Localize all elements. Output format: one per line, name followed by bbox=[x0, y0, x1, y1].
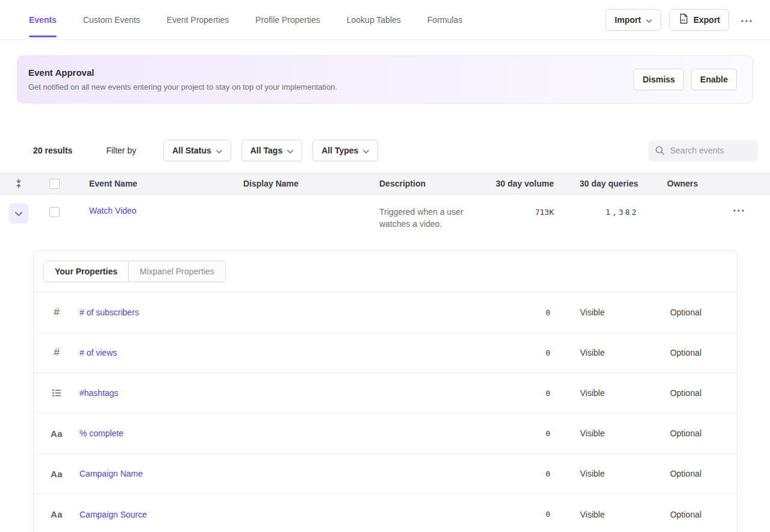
event-queries: 1,382 bbox=[554, 203, 638, 217]
export-csv-icon: sv bbox=[678, 13, 689, 26]
export-button[interactable]: sv Export bbox=[669, 9, 729, 31]
col-volume: 30 day volume bbox=[494, 179, 554, 188]
tab-profile-properties-label: Profile Properties bbox=[255, 15, 320, 25]
properties-panel: Your Properties Mixpanel Properties # # … bbox=[33, 250, 737, 532]
property-name-link[interactable]: % complete bbox=[79, 428, 484, 438]
col-display-name: Display Name bbox=[243, 179, 379, 188]
tab-events-label: Events bbox=[29, 15, 57, 25]
tab-formulas[interactable]: Formulas bbox=[427, 0, 462, 39]
tab-mixpanel-properties[interactable]: Mixpanel Properties bbox=[128, 261, 225, 282]
property-row: Aa % complete 0 Visible Optional bbox=[34, 413, 737, 454]
tags-filter-label: All Tags bbox=[250, 146, 282, 155]
events-table-header: Event Name Display Name Description 30 d… bbox=[0, 173, 770, 194]
nav-tabs: Events Custom Events Event Properties Pr… bbox=[29, 0, 462, 39]
col-queries: 30 day queries bbox=[554, 179, 638, 188]
import-button-label: Import bbox=[615, 15, 641, 25]
property-requirement[interactable]: Optional bbox=[635, 348, 737, 357]
event-name-link[interactable]: Watch Video bbox=[89, 203, 243, 215]
tab-lookup-tables[interactable]: Lookup Tables bbox=[347, 0, 401, 39]
table-row-watch-video: Watch Video Triggered when a user watche… bbox=[0, 194, 770, 242]
property-volume: 0 bbox=[484, 389, 550, 398]
col-description: Description bbox=[379, 179, 494, 188]
tab-event-properties[interactable]: Event Properties bbox=[167, 0, 229, 39]
property-name-link[interactable]: Campaign Source bbox=[79, 510, 484, 519]
import-button[interactable]: Import bbox=[606, 9, 661, 31]
property-name-link[interactable]: # of views bbox=[79, 348, 484, 357]
filter-by-label: Filter by bbox=[106, 146, 136, 155]
text-icon: Aa bbox=[49, 428, 64, 439]
export-button-label: Export bbox=[694, 15, 720, 25]
more-options-icon bbox=[733, 205, 744, 214]
types-filter-label: All Types bbox=[321, 146, 358, 155]
more-options-icon bbox=[741, 15, 752, 24]
property-requirement[interactable]: Optional bbox=[635, 308, 737, 317]
row-checkbox[interactable] bbox=[49, 207, 60, 217]
select-all-checkbox[interactable] bbox=[49, 179, 60, 189]
property-visibility[interactable]: Visible bbox=[550, 308, 635, 317]
property-name-link[interactable]: # of subscribers bbox=[79, 308, 484, 317]
property-requirement[interactable]: Optional bbox=[635, 510, 737, 519]
property-visibility[interactable]: Visible bbox=[550, 469, 635, 478]
property-row: # # of subscribers 0 Visible Optional bbox=[34, 292, 737, 333]
enable-button[interactable]: Enable bbox=[691, 69, 737, 90]
text-icon: Aa bbox=[49, 469, 64, 479]
tab-lookup-tables-label: Lookup Tables bbox=[347, 15, 401, 25]
property-visibility[interactable]: Visible bbox=[550, 348, 635, 357]
nav-more-button[interactable] bbox=[737, 13, 756, 26]
top-nav: Events Custom Events Event Properties Pr… bbox=[0, 0, 770, 40]
row-more-button[interactable] bbox=[722, 203, 770, 216]
row-expander-button[interactable] bbox=[9, 203, 28, 223]
property-volume: 0 bbox=[484, 510, 550, 519]
tab-custom-events[interactable]: Custom Events bbox=[83, 0, 140, 39]
number-icon: # bbox=[49, 347, 64, 359]
tab-your-properties[interactable]: Your Properties bbox=[44, 261, 128, 282]
property-name-link[interactable]: Campaign Name bbox=[79, 469, 484, 478]
chevron-down-icon bbox=[15, 209, 22, 218]
property-row: Aa Campaign Name 0 Visible Optional bbox=[34, 454, 737, 494]
status-filter-dropdown[interactable]: All Status bbox=[163, 140, 231, 161]
property-visibility[interactable]: Visible bbox=[550, 428, 635, 438]
search-input[interactable] bbox=[648, 140, 758, 161]
text-icon: Aa bbox=[49, 509, 64, 519]
property-volume: 0 bbox=[484, 469, 550, 478]
property-volume: 0 bbox=[484, 308, 550, 317]
tab-event-properties-label: Event Properties bbox=[167, 15, 229, 25]
property-visibility[interactable]: Visible bbox=[550, 388, 635, 398]
property-requirement[interactable]: Optional bbox=[635, 469, 737, 478]
property-volume: 0 bbox=[484, 429, 550, 438]
event-volume: 713K bbox=[494, 203, 554, 217]
property-row: # # of views 0 Visible Optional bbox=[34, 333, 737, 373]
dismiss-button[interactable]: Dismiss bbox=[633, 69, 684, 90]
list-icon bbox=[49, 388, 64, 398]
property-name-link[interactable]: #hashtags bbox=[79, 388, 484, 398]
banner-description: Get notified on all new events entering … bbox=[28, 82, 337, 93]
property-row: #hashtags 0 Visible Optional bbox=[34, 373, 737, 413]
search-box bbox=[648, 140, 758, 161]
types-filter-dropdown[interactable]: All Types bbox=[312, 140, 378, 161]
search-icon bbox=[655, 146, 665, 157]
property-requirement[interactable]: Optional bbox=[635, 428, 737, 438]
tab-events[interactable]: Events bbox=[29, 0, 57, 39]
property-volume: 0 bbox=[484, 348, 550, 357]
tab-custom-events-label: Custom Events bbox=[83, 15, 140, 25]
chevron-down-icon bbox=[363, 146, 369, 155]
chevron-down-icon bbox=[216, 146, 222, 155]
banner-title: Event Approval bbox=[28, 67, 337, 79]
col-event-name: Event Name bbox=[89, 179, 243, 188]
chevron-down-icon bbox=[287, 146, 293, 155]
tab-profile-properties[interactable]: Profile Properties bbox=[255, 0, 320, 39]
number-icon: # bbox=[49, 306, 64, 318]
property-row: Aa Campaign Source 0 Visible Optional bbox=[34, 494, 737, 532]
svg-text:sv: sv bbox=[681, 18, 685, 22]
property-requirement[interactable]: Optional bbox=[635, 388, 737, 398]
collapse-all-icon[interactable] bbox=[14, 179, 23, 188]
tab-formulas-label: Formulas bbox=[427, 15, 462, 25]
event-description: Triggered when a user watches a video. bbox=[379, 203, 494, 230]
event-approval-banner: Event Approval Get notified on all new e… bbox=[17, 55, 753, 104]
chevron-down-icon bbox=[646, 15, 652, 25]
filter-bar: 20 results Filter by All Status All Tags… bbox=[33, 140, 758, 161]
property-visibility[interactable]: Visible bbox=[550, 510, 635, 519]
properties-tabbar: Your Properties Mixpanel Properties bbox=[34, 251, 737, 292]
tags-filter-dropdown[interactable]: All Tags bbox=[241, 140, 302, 161]
status-filter-label: All Status bbox=[172, 146, 211, 155]
